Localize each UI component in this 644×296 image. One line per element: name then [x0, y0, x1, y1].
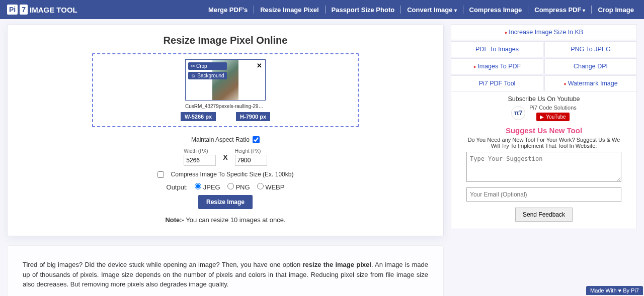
subscribe-title: Subscribe Us On Youtube — [456, 95, 631, 103]
width-input[interactable] — [184, 155, 216, 166]
height-tag: H-7900 px — [236, 112, 270, 121]
logo-pi: Pi — [7, 5, 18, 15]
logo[interactable]: Pi 7 IMAGE TOOL — [7, 5, 77, 15]
nav-passport-size-photo[interactable]: Passport Size Photo — [329, 6, 398, 14]
uploaded-thumbnail: ✂ Crop ☺ Background ✕ — [185, 59, 266, 101]
side-link-pi7-pdf-tool[interactable]: Pi7 PDF Tool — [451, 75, 543, 91]
top-nav: Merge PDF's Resize Image Pixel Passport … — [205, 6, 637, 14]
nav-separator — [528, 6, 528, 14]
header: Pi 7 IMAGE TOOL Merge PDF's Resize Image… — [0, 0, 644, 19]
resize-image-button[interactable]: Resize Image — [198, 195, 253, 209]
note: Note:- You can resize 10 images at once. — [23, 216, 428, 224]
nav-separator — [463, 6, 463, 14]
send-feedback-button[interactable]: Send Feedback — [515, 208, 573, 222]
email-input[interactable] — [466, 187, 621, 202]
side-link-pdf-to-images[interactable]: PDF To Images — [451, 41, 543, 57]
nav-separator — [591, 6, 592, 14]
nav-separator — [400, 6, 401, 14]
output-webp-radio[interactable] — [257, 183, 264, 189]
crop-thumbnail-button[interactable]: ✂ Crop — [188, 62, 227, 70]
crop-icon: ✂ — [191, 63, 195, 69]
article-card: Tired of big images? Did the device stuc… — [7, 245, 444, 296]
side-link-png-to-jpeg[interactable]: PNG To JPEG — [544, 41, 637, 57]
logo-7: 7 — [20, 5, 28, 15]
maintain-aspect-label: Maintain Aspect Ratio — [191, 136, 250, 143]
output-webp-option[interactable]: WEBP — [257, 183, 285, 191]
dot-icon: ● — [473, 64, 476, 69]
dropzone[interactable]: ✂ Crop ☺ Background ✕ CusRM_43279pexels-… — [92, 53, 359, 127]
output-label: Output: — [167, 183, 188, 191]
chevron-down-icon: ▾ — [454, 8, 457, 13]
maintain-aspect-checkbox[interactable] — [253, 136, 260, 143]
width-label: Width (PX) — [184, 148, 208, 154]
user-icon: ☺ — [191, 73, 196, 78]
suggest-title: Suggest Us New Tool — [456, 126, 631, 135]
output-jpeg-option[interactable]: JPEG — [195, 183, 220, 191]
height-input[interactable] — [235, 155, 267, 166]
channel-name: Pi7 Code Solutions — [529, 105, 577, 111]
background-thumbnail-button[interactable]: ☺ Background — [188, 72, 227, 79]
made-with-badge[interactable]: Made With ♥ By Pi7 — [586, 286, 643, 295]
compress-specific-size-checkbox[interactable] — [157, 171, 164, 178]
suggestion-textarea[interactable] — [466, 152, 621, 182]
logo-text: IMAGE TOOL — [30, 6, 77, 14]
dot-icon: ● — [564, 81, 566, 86]
side-link-watermark-image[interactable]: ●Watermark Image — [544, 75, 637, 91]
channel-avatar: π7 — [511, 106, 525, 120]
youtube-subscribe-button[interactable]: ▶ YouTube — [536, 113, 569, 121]
side-link-change-dpi[interactable]: Change DPI — [544, 58, 637, 74]
nav-compress-image[interactable]: Compress Image — [466, 6, 525, 14]
article-paragraph: Tired of big images? Did the device stuc… — [23, 260, 428, 289]
nav-resize-image-pixel[interactable]: Resize Image Pixel — [257, 6, 321, 14]
main-card: Resize Image Pixel Online ✂ Crop ☺ Backg… — [7, 24, 444, 236]
nav-convert-image[interactable]: Convert Image▾ — [404, 6, 459, 14]
dot-icon: ● — [505, 30, 507, 35]
nav-merge-pdfs[interactable]: Merge PDF's — [205, 6, 251, 14]
suggest-description: Do You Need any New Tool For Your Work? … — [456, 137, 631, 149]
x-separator: X — [223, 153, 227, 161]
output-png-option[interactable]: PNG — [227, 183, 250, 191]
width-tag: W-5266 px — [181, 112, 216, 121]
nav-compress-pdf[interactable]: Compress PDF▾ — [531, 6, 588, 14]
youtube-icon: ▶ — [540, 114, 544, 120]
remove-thumbnail-button[interactable]: ✕ — [257, 62, 262, 69]
filename-label: CusRM_43279pexels-raulling-29799788.j… — [185, 104, 266, 109]
nav-separator — [254, 6, 254, 14]
nav-separator — [325, 6, 326, 14]
output-jpeg-radio[interactable] — [195, 183, 201, 189]
nav-crop-image[interactable]: Crop Image — [595, 6, 637, 14]
subscribe-box: Subscribe Us On Youtube π7 Pi7 Code Solu… — [451, 91, 637, 229]
chevron-down-icon: ▾ — [583, 8, 585, 13]
height-label: Height (PX) — [235, 148, 261, 154]
side-link-images-to-pdf[interactable]: ●Images To PDF — [451, 58, 543, 74]
page-title: Resize Image Pixel Online — [23, 35, 428, 46]
compress-specific-size-label: Compress Image To Specific Size (Ex. 100… — [171, 171, 294, 178]
output-png-radio[interactable] — [227, 183, 234, 189]
side-link-increase-image-size[interactable]: ●Increase Image Size In KB — [451, 24, 637, 40]
